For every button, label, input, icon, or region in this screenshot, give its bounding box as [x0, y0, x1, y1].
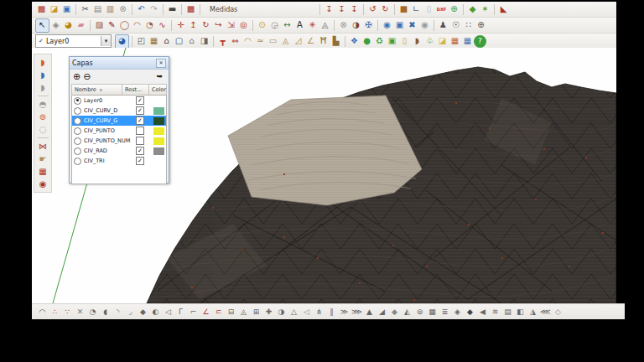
orbit-target-tool[interactable]: ⊕: [475, 19, 487, 32]
stake-point-v-tool[interactable]: ↧: [335, 3, 348, 16]
half-disc-tool[interactable]: ◐: [149, 306, 162, 318]
folder-tool[interactable]: ◪: [436, 35, 449, 48]
layer-row-CIV_CURV_D[interactable]: CIV_CURV_D✓: [72, 106, 166, 116]
zoom-previous-tool[interactable]: ◉: [418, 19, 431, 32]
stake-point-j-tool[interactable]: ↧: [323, 3, 335, 16]
freehand-tool[interactable]: ∿: [156, 19, 169, 32]
photo-textures-tool[interactable]: ♻: [373, 35, 386, 48]
angle-red-tool[interactable]: ∠: [200, 306, 212, 318]
view-right-tool[interactable]: ◨: [198, 35, 210, 48]
note-tool[interactable]: ▯: [398, 35, 411, 48]
model-box-tool[interactable]: ▩: [184, 3, 197, 16]
view-house-tool[interactable]: ⌂: [185, 35, 198, 48]
half-disc-b-tool[interactable]: ◑: [275, 306, 288, 318]
diamond-b-tool[interactable]: ◆: [388, 306, 401, 318]
protractor-tool[interactable]: ◶: [268, 19, 281, 32]
scale-tool[interactable]: ⇲: [225, 19, 237, 32]
blank-document-tool[interactable]: ▯: [423, 3, 435, 16]
save-file-tool[interactable]: ▣: [60, 3, 73, 16]
layer-current-radio[interactable]: [74, 97, 81, 105]
soften-sphere-tool[interactable]: ◓: [36, 98, 49, 111]
tri-half-b-tool[interactable]: ◮: [527, 306, 539, 318]
undo-tool[interactable]: ↶: [135, 3, 148, 16]
curve-points-b-tool[interactable]: ∵: [61, 306, 74, 318]
materials-leaf-tool[interactable]: ♧: [423, 35, 436, 48]
help-tool[interactable]: ?: [474, 35, 486, 48]
view-top-tool[interactable]: ▢: [173, 35, 185, 48]
paste-tool[interactable]: ▥: [104, 3, 117, 16]
look-around-alt-tool[interactable]: ⊗: [337, 19, 350, 32]
layer-current-radio[interactable]: [74, 117, 81, 125]
layer-combo[interactable]: ✓ Layer0 ▾: [35, 34, 112, 48]
push-pull-tool[interactable]: ↥: [187, 19, 200, 32]
wireframe-sphere-tool[interactable]: ◌: [36, 123, 49, 136]
hook-a-tool[interactable]: ◝: [112, 306, 124, 318]
orbit-tool[interactable]: ◑: [350, 19, 362, 32]
h-beam-tool[interactable]: Ħ: [317, 35, 330, 48]
make-component-tool[interactable]: ◈: [49, 19, 62, 32]
dimension-tool[interactable]: ↔: [281, 19, 293, 32]
delete-tool[interactable]: ⊗: [117, 3, 129, 16]
blob-tool[interactable]: ◆: [137, 306, 149, 318]
material-swatch-tool[interactable]: ■: [397, 3, 410, 16]
remove-layer-button[interactable]: ⊖: [83, 72, 91, 81]
layers-panel-titlebar[interactable]: Capas ✕: [70, 57, 169, 70]
look-around-tool[interactable]: ☉: [449, 19, 462, 32]
tri-half-tool[interactable]: ◭: [401, 306, 413, 318]
3d-text-tool[interactable]: ◬: [319, 19, 331, 32]
poly-tool-tool[interactable]: △: [288, 306, 300, 318]
tape-measure-tool[interactable]: ⊙: [256, 19, 268, 32]
hook-b-tool[interactable]: ◞: [124, 306, 137, 318]
pitchfork-tool[interactable]: ⋔: [313, 306, 325, 318]
layer-color-swatch[interactable]: [153, 158, 164, 165]
diamond-dark-tool[interactable]: ◆: [464, 306, 476, 318]
wedge-solid-tool[interactable]: ◀: [476, 306, 489, 318]
component-browser-tool[interactable]: ◗: [411, 35, 423, 48]
layer-color-swatch[interactable]: [153, 127, 164, 135]
truck-tool[interactable]: ▙: [330, 35, 342, 48]
terrain-star-tool[interactable]: ✶: [479, 3, 491, 16]
tri-solid-tool[interactable]: ▲: [363, 306, 376, 318]
box-minus-tool[interactable]: ⊟: [225, 306, 237, 318]
polyline-tool[interactable]: ∟: [410, 3, 423, 16]
orbit-mode-tool[interactable]: ◕: [115, 34, 129, 49]
add-detail-tool[interactable]: ◬: [279, 35, 292, 48]
rotate-stake-right-tool[interactable]: ↻: [379, 3, 392, 16]
layer-visible-checkbox[interactable]: ✓: [136, 106, 144, 115]
text-tool[interactable]: A: [293, 19, 306, 32]
offset-tool[interactable]: ◎: [237, 19, 250, 32]
round-corner-tool[interactable]: ◉: [36, 178, 49, 190]
arrows-much-tool[interactable]: ≫: [338, 306, 351, 318]
half-box-tool[interactable]: ◧: [514, 306, 527, 318]
layer-current-radio[interactable]: [74, 158, 81, 165]
shell-a-tool[interactable]: ◔: [86, 306, 99, 318]
layer-visible-checkbox[interactable]: ✓: [136, 157, 144, 165]
rotate-tool[interactable]: ↻: [200, 19, 212, 32]
layer-row-CIV_PUNTO[interactable]: CIV_PUNTO: [72, 126, 166, 136]
cut-path-tool[interactable]: ✕: [74, 306, 86, 318]
position-camera-tool[interactable]: ♟: [437, 19, 449, 32]
layer-color-swatch[interactable]: [153, 97, 164, 105]
edit-update-tool[interactable]: ▣: [386, 35, 398, 48]
mirror-tool[interactable]: ⋈: [36, 140, 49, 153]
layer-combo-dropdown-button[interactable]: ▾: [101, 36, 111, 46]
add-layer-button[interactable]: ⊕: [73, 72, 80, 81]
tri-mark-tool[interactable]: ◬: [237, 306, 250, 318]
arrows-left-tool[interactable]: ⋘: [539, 306, 552, 318]
solid-wedge-tool[interactable]: ◣: [497, 3, 510, 16]
ring-tool-tool[interactable]: ⊚: [413, 306, 426, 318]
layer-color-swatch[interactable]: [153, 147, 164, 155]
tri-corner-tool[interactable]: ◢: [376, 306, 388, 318]
column-header-visible[interactable]: Rest...: [122, 85, 149, 95]
corner-b-tool[interactable]: ⌐: [187, 306, 200, 318]
push-hand-tool[interactable]: ☛: [36, 153, 49, 165]
circle-tool[interactable]: ◯: [118, 19, 131, 32]
stake-point-n-tool[interactable]: ↧: [348, 3, 361, 16]
zoom-extents-tool[interactable]: ✖: [406, 19, 418, 32]
styles-tool[interactable]: ▦: [461, 35, 474, 48]
layer-row-CIV_TRI[interactable]: CIV_TRI✓: [72, 156, 166, 166]
layer-row-CIV_RAD[interactable]: CIV_RAD✓: [72, 146, 166, 156]
lock-tool[interactable]: ⊚: [36, 111, 49, 123]
rectangle-tool[interactable]: ▨: [93, 19, 106, 32]
layer-visible-checkbox[interactable]: ✓: [136, 147, 144, 155]
